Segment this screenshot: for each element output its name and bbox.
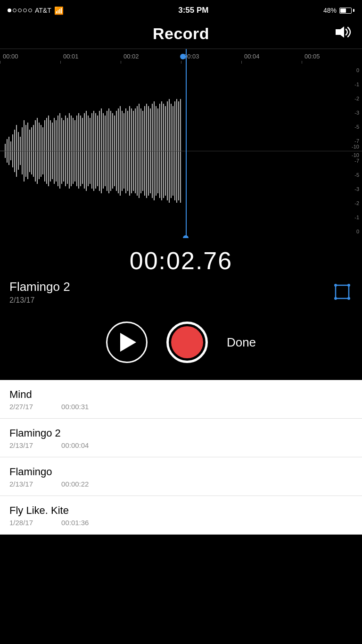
db-10b: -10: [352, 144, 359, 149]
status-right: 48%: [323, 7, 354, 14]
svg-point-186: [334, 284, 337, 287]
done-button[interactable]: Done: [227, 335, 256, 350]
svg-point-187: [347, 297, 350, 300]
list-item-date-2: 2/13/17: [9, 480, 33, 488]
nav-bar: Record: [0, 21, 362, 49]
ruler-mark-1: 00:01: [60, 53, 121, 60]
list-item-date-3: 1/28/17: [9, 519, 33, 527]
record-button[interactable]: [166, 322, 208, 363]
play-button[interactable]: [106, 322, 148, 363]
dot-3: [18, 8, 22, 12]
db-3: -3: [352, 110, 359, 116]
play-triangle-icon: [120, 333, 136, 352]
list-item-1[interactable]: Flamingo 2 2/13/17 00:00:04: [0, 419, 362, 457]
db-0: 0: [352, 67, 359, 73]
waveform-area[interactable]: // This won't execute as SVG script, we'…: [0, 64, 362, 238]
ruler-mark-5: 00:05: [302, 53, 362, 60]
list-item-duration-2: 00:00:22: [61, 480, 89, 488]
list-item-meta-0: 2/27/17 00:00:31: [9, 403, 353, 411]
battery-fill: [340, 8, 346, 13]
svg-rect-185: [336, 285, 349, 298]
recording-info: Flamingo 2 2/13/17: [0, 280, 362, 312]
list-item-meta-1: 2/13/17 00:00:04: [9, 441, 353, 449]
playhead-dot-bottom: [183, 235, 189, 238]
db-1: -1: [352, 82, 359, 87]
carrier-label: AT&T: [35, 7, 51, 14]
db-2b: -2: [352, 200, 359, 206]
current-time: 00:02.76: [130, 247, 232, 274]
status-left: AT&T 📶: [8, 6, 64, 15]
controls: Done: [0, 312, 362, 380]
recording-date: 2/13/17: [9, 296, 70, 305]
record-inner-icon: [171, 326, 203, 358]
dot-1: [8, 8, 11, 12]
trim-icon[interactable]: [332, 281, 353, 302]
svg-point-189: [334, 297, 337, 300]
list-item-date-0: 2/27/17: [9, 403, 33, 411]
ruler-mark-4: 00:04: [241, 53, 302, 60]
recording-details: Flamingo 2 2/13/17: [9, 280, 70, 305]
playhead-dot-ruler: [180, 54, 186, 59]
battery-tip: [353, 9, 354, 12]
ruler-mark-0: 00:00: [0, 53, 60, 60]
svg-point-188: [347, 284, 350, 287]
time-display: 00:02.76: [0, 238, 362, 280]
playhead-line: [186, 64, 187, 238]
recordings-list: Mind 2/27/17 00:00:31 Flamingo 2 2/13/17…: [0, 380, 362, 535]
battery-icon: [339, 8, 354, 14]
svg-marker-0: [336, 26, 344, 38]
ruler-mark-2: 00:02: [121, 53, 181, 60]
wifi-icon: 📶: [54, 6, 64, 15]
db-3b: -3: [352, 186, 359, 192]
list-item-meta-3: 1/28/17 00:01:36: [9, 519, 353, 527]
list-item-2[interactable]: Flamingo 2/13/17 00:00:22: [0, 457, 362, 496]
status-time: 3:55 PM: [178, 6, 208, 15]
page-title: Record: [153, 25, 209, 43]
list-item-duration-3: 00:01:36: [61, 519, 89, 527]
list-item-name-0: Mind: [9, 388, 353, 401]
db-7: -7: [352, 138, 359, 144]
center-line: [0, 151, 362, 151]
list-item-3[interactable]: Fly Like. Kite 1/28/17 00:01:36: [0, 496, 362, 535]
battery-body: [339, 8, 352, 14]
status-bar: AT&T 📶 3:55 PM 48%: [0, 0, 362, 21]
list-item-date-1: 2/13/17: [9, 441, 33, 449]
list-item-meta-2: 2/13/17 00:00:22: [9, 480, 353, 488]
list-item-duration-0: 00:00:31: [61, 403, 89, 411]
db-2: -2: [352, 96, 359, 101]
db-5: -5: [352, 124, 359, 130]
list-item-name-3: Fly Like. Kite: [9, 504, 353, 517]
db-7b: -7: [352, 158, 359, 164]
list-item-name-1: Flamingo 2: [9, 427, 353, 439]
dot-5: [28, 8, 32, 12]
dot-4: [23, 8, 27, 12]
db-5b: -5: [352, 172, 359, 178]
db-0b: 0: [352, 229, 359, 234]
list-item-duration-1: 00:00:04: [61, 441, 89, 449]
ruler-mark-3: 00:03: [181, 53, 241, 60]
dot-2: [13, 8, 16, 12]
battery-percent: 48%: [323, 7, 337, 14]
recording-name: Flamingo 2: [9, 280, 70, 294]
signal-strength: [8, 8, 32, 12]
volume-icon[interactable]: [334, 25, 353, 43]
list-item-name-2: Flamingo: [9, 466, 353, 478]
playhead-line-ruler: [186, 49, 187, 64]
db-scale-bottom: 0 -1 -2 -3 -5 -7 -10: [352, 144, 359, 234]
db-1b: -1: [352, 215, 359, 220]
timeline-ruler: 00:00 00:01 00:02 00:03 00:04 00:05: [0, 49, 362, 64]
list-item-0[interactable]: Mind 2/27/17 00:00:31: [0, 380, 362, 419]
